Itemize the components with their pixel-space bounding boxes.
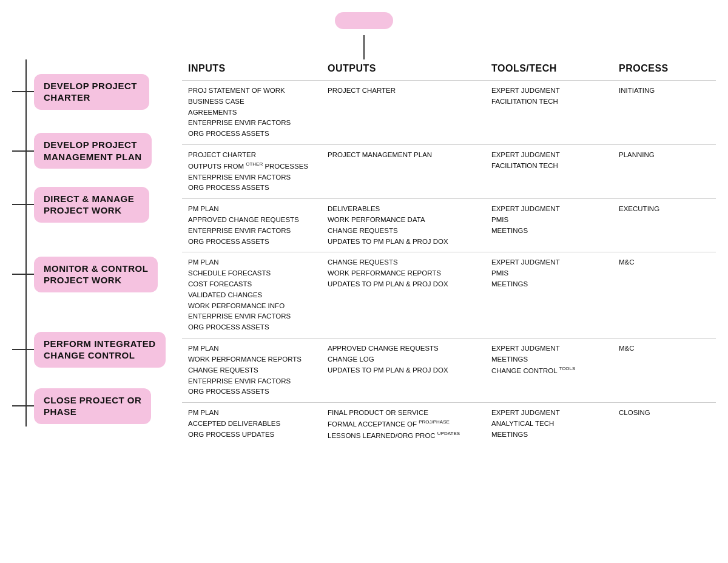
outputs-cell: PROJECT MANAGEMENT PLAN [328,150,491,161]
title-connector-line [363,35,365,59]
inputs-cell: PROJECT CHARTEROUTPUTS FROM OTHER PROCES… [188,150,328,194]
inputs-cell: PM PLANACCEPTED DELIVERABLESORG PROCESS … [188,408,328,440]
tools-cell: EXPERT JUDGMENTMEETINGSCHANGE CONTROL TO… [491,343,619,376]
process-box: DIRECT & MANAGEPROJECT WORK [34,187,149,223]
tools-cell: EXPERT JUDGMENTANALYTICAL TECHMEETINGS [491,408,619,440]
column-headers: INPUTSOUTPUTSTOOLS/TECHPROCESS [182,59,716,78]
process-box: MONITOR & CONTROLPROJECT WORK [34,257,158,292]
process-cell: M&C [619,257,686,268]
tools-cell: EXPERT JUDGMENTFACILITATION TECH [491,150,619,172]
data-row: PM PLANACCEPTED DELIVERABLESORG PROCESS … [182,402,716,451]
page: DEVELOP PROJECTCHARTERDEVELOP PROJECTMAN… [0,0,728,563]
process-slot: DEVELOP PROJECTCHARTER [12,59,149,124]
process-box: DEVELOP PROJECTCHARTER [34,74,149,110]
data-row: PM PLANWORK PERFORMANCE REPORTSCHANGE RE… [182,338,716,402]
process-cell: PLANNING [619,150,686,161]
process-cell: INITIATING [619,86,686,96]
process-slot: MONITOR & CONTROLPROJECT WORK [12,231,158,317]
data-rows: PROJ STATEMENT OF WORKBUSINESS CASEAGREE… [182,80,716,451]
h-connector-line [12,150,34,152]
inputs-cell: PM PLANAPPROVED CHANGE REQUESTSENTERPRIS… [188,204,328,247]
process-slot: PERFORM INTEGRATEDCHANGE CONTROL [12,317,166,382]
process-box: CLOSE PROJECT ORPHASE [34,388,151,424]
inputs-cell: PROJ STATEMENT OF WORKBUSINESS CASEAGREE… [188,86,328,140]
process-cell: M&C [619,343,686,354]
process-slot: DIRECT & MANAGEPROJECT WORK [12,178,149,231]
data-row: PM PLANAPPROVED CHANGE REQUESTSENTERPRIS… [182,198,716,252]
inputs-cell: PM PLANSCHEDULE FORECASTSCOST FORECASTSV… [188,257,328,333]
main-content: DEVELOP PROJECTCHARTERDEVELOP PROJECTMAN… [12,59,716,451]
outputs-cell: APPROVED CHANGE REQUESTSCHANGE LOGUPDATE… [328,343,491,376]
data-row: PM PLANSCHEDULE FORECASTSCOST FORECASTSV… [182,252,716,338]
data-row: PROJECT CHARTEROUTPUTS FROM OTHER PROCES… [182,144,716,198]
process-cell: EXECUTING [619,204,686,215]
title-connector [12,35,716,59]
outputs-cell: CHANGE REQUESTSWORK PERFORMANCE REPORTSU… [328,257,491,289]
process-box: PERFORM INTEGRATEDCHANGE CONTROL [34,332,166,368]
h-connector-line [12,349,34,350]
inputs-cell: PM PLANWORK PERFORMANCE REPORTSCHANGE RE… [188,343,328,397]
process-slot: DEVELOP PROJECTMANAGEMENT PLAN [12,124,152,178]
data-row: PROJ STATEMENT OF WORKBUSINESS CASEAGREE… [182,80,716,144]
process-cell: CLOSING [619,408,686,419]
process-column: DEVELOP PROJECTCHARTERDEVELOP PROJECTMAN… [12,59,182,451]
col-header-outputs: OUTPUTS [328,59,491,78]
tools-cell: EXPERT JUDGMENTFACILITATION TECH [491,86,619,107]
outputs-cell: PROJECT CHARTER [328,86,491,96]
process-slot: CLOSE PROJECT ORPHASE [12,382,151,430]
tools-cell: EXPERT JUDGMENTPMISMEETINGS [491,204,619,236]
h-connector-line [12,405,34,406]
h-connector-line [12,274,34,275]
title-container [12,12,716,29]
tools-cell: EXPERT JUDGMENTPMISMEETINGS [491,257,619,289]
right-column: INPUTSOUTPUTSTOOLS/TECHPROCESS PROJ STAT… [182,59,716,451]
outputs-cell: DELIVERABLESWORK PERFORMANCE DATACHANGE … [328,204,491,247]
h-connector-line [12,91,34,92]
main-title [335,12,393,29]
outputs-cell: FINAL PRODUCT OR SERVICEFORMAL ACCEPTANC… [328,408,491,441]
col-header-tools-tech: TOOLS/TECH [491,59,619,78]
col-header-inputs: INPUTS [188,59,328,78]
h-connector-line [12,204,34,205]
process-box: DEVELOP PROJECTMANAGEMENT PLAN [34,133,152,169]
col-header-process: PROCESS [619,59,686,78]
